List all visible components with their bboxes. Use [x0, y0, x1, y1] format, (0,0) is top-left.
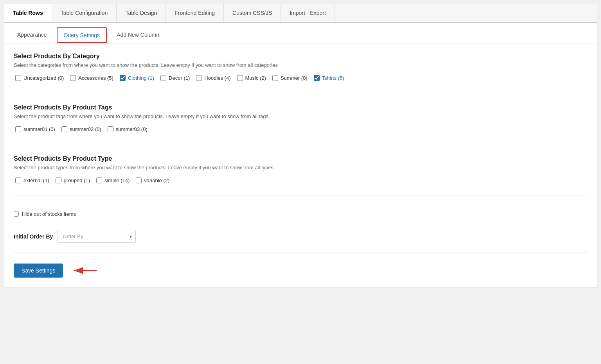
arrow-icon	[69, 265, 101, 276]
section-by-category: Select Products By Category Select the c…	[14, 53, 587, 93]
sub-tabs: Appearance Query Settings Add New Column	[4, 23, 597, 43]
category-item-decor[interactable]: Decor (1)	[159, 74, 191, 82]
type-checkbox-simple[interactable]	[96, 178, 102, 183]
category-label-summer: Summer (0)	[281, 75, 308, 81]
category-item-music[interactable]: Music (2)	[236, 74, 268, 82]
category-label-music: Music (2)	[245, 75, 266, 81]
tab-import-export[interactable]: Import - Export	[281, 4, 335, 22]
category-checkbox-clothing[interactable]	[120, 75, 126, 81]
category-item-summer[interactable]: Summer (0)	[271, 74, 309, 82]
main-content: Select Products By Category Select the c…	[4, 43, 597, 287]
section-tags-title: Select Products By Product Tags	[14, 104, 587, 111]
tag-label-summer03: summer03 (0)	[116, 126, 148, 132]
top-tabs: Table Rows Table Configuration Table Des…	[4, 4, 597, 23]
hide-out-of-stock-label[interactable]: Hide out of stocks items	[22, 211, 76, 217]
section-by-type: Select Products By Product Type Select t…	[14, 155, 587, 195]
order-by-select[interactable]: Order ByDatePriceTitleMenu OrderRandom	[58, 230, 136, 243]
tab-frontend-editing[interactable]: Frontend Editing	[166, 4, 224, 22]
tag-item-summer01[interactable]: summer01 (0)	[14, 126, 57, 133]
category-item-uncategorized[interactable]: Uncategorized (0)	[14, 74, 65, 82]
category-label-uncategorized: Uncategorized (0)	[23, 75, 64, 81]
section-type-desc: Select the product types from where you …	[14, 165, 587, 170]
save-area: Save Settings	[14, 260, 587, 278]
category-checkbox-decor[interactable]	[160, 75, 166, 81]
arrow-indicator	[69, 265, 101, 276]
type-label-grouped: grouped (1)	[64, 178, 90, 183]
tag-item-summer02[interactable]: summer02 (0)	[60, 126, 103, 133]
category-checkbox-accessories[interactable]	[70, 75, 76, 81]
type-item-simple[interactable]: simple (14)	[95, 177, 131, 184]
category-label-hoodies: Hoodies (4)	[204, 75, 230, 81]
tab-table-design[interactable]: Table Design	[117, 4, 166, 22]
section-category-title: Select Products By Category	[14, 53, 587, 60]
type-checkbox-variable[interactable]	[136, 178, 142, 183]
tag-checkbox-summer01[interactable]	[15, 126, 21, 132]
category-checkbox-tshirts[interactable]	[314, 75, 320, 81]
type-label-simple: simple (14)	[104, 178, 130, 183]
category-checkbox-hoodies[interactable]	[196, 75, 202, 81]
hide-out-of-stock-row: Hide out of stocks items	[14, 206, 587, 222]
category-checkbox-uncategorized[interactable]	[15, 75, 21, 81]
category-label-tshirts: Tshirts (5)	[322, 75, 344, 81]
type-checkbox-external[interactable]	[15, 178, 21, 183]
section-tags-desc: Select the product tags from where you w…	[14, 113, 587, 119]
tags-checkbox-row: summer01 (0)summer02 (0)summer03 (0)	[14, 126, 587, 133]
order-by-select-wrapper: Order ByDatePriceTitleMenu OrderRandom	[58, 230, 136, 243]
category-checkbox-row: Uncategorized (0)Accessories (5)Clothing…	[14, 74, 587, 82]
section-category-desc: Select the categories from where you wan…	[14, 62, 587, 68]
category-label-accessories: Accessories (5)	[78, 75, 113, 81]
tag-item-summer03[interactable]: summer03 (0)	[106, 126, 149, 133]
category-checkbox-music[interactable]	[237, 75, 243, 81]
category-item-hoodies[interactable]: Hoodies (4)	[194, 74, 232, 82]
subtab-appearance[interactable]: Appearance	[11, 27, 54, 43]
order-by-row: Initial Order By Order ByDatePriceTitleM…	[14, 230, 587, 253]
tab-table-rows[interactable]: Table Rows	[4, 4, 52, 22]
tab-table-configuration[interactable]: Table Configuration	[52, 4, 117, 22]
category-label-clothing: Clothing (1)	[128, 75, 154, 81]
page-wrapper: Table Rows Table Configuration Table Des…	[4, 4, 597, 287]
order-by-label: Initial Order By	[14, 233, 53, 240]
type-item-external[interactable]: external (1)	[14, 177, 51, 184]
hide-out-of-stock-checkbox[interactable]	[14, 212, 19, 217]
type-label-variable: variable (2)	[144, 178, 169, 183]
type-label-external: external (1)	[23, 178, 49, 183]
type-checkbox-row: external (1)grouped (1)simple (14)variab…	[14, 177, 587, 184]
tag-label-summer02: summer02 (0)	[70, 126, 101, 132]
subtab-add-new-column[interactable]: Add New Column	[110, 27, 166, 43]
category-label-decor: Decor (1)	[169, 75, 190, 81]
tag-label-summer01: summer01 (0)	[23, 126, 55, 132]
category-item-tshirts[interactable]: Tshirts (5)	[312, 74, 346, 82]
subtab-query-settings[interactable]: Query Settings	[57, 27, 107, 43]
section-type-title: Select Products By Product Type	[14, 155, 587, 162]
type-checkbox-grouped[interactable]	[56, 178, 61, 183]
category-item-accessories[interactable]: Accessories (5)	[68, 74, 115, 82]
category-item-clothing[interactable]: Clothing (1)	[118, 74, 156, 82]
tag-checkbox-summer02[interactable]	[61, 126, 67, 132]
section-by-tags: Select Products By Product Tags Select t…	[14, 104, 587, 144]
tab-custom-css-js[interactable]: Custom CSS/JS	[224, 4, 281, 22]
tag-checkbox-summer03[interactable]	[108, 126, 113, 132]
type-item-variable[interactable]: variable (2)	[134, 177, 171, 184]
category-checkbox-summer[interactable]	[272, 75, 278, 81]
type-item-grouped[interactable]: grouped (1)	[54, 177, 92, 184]
save-settings-button[interactable]: Save Settings	[14, 264, 63, 278]
